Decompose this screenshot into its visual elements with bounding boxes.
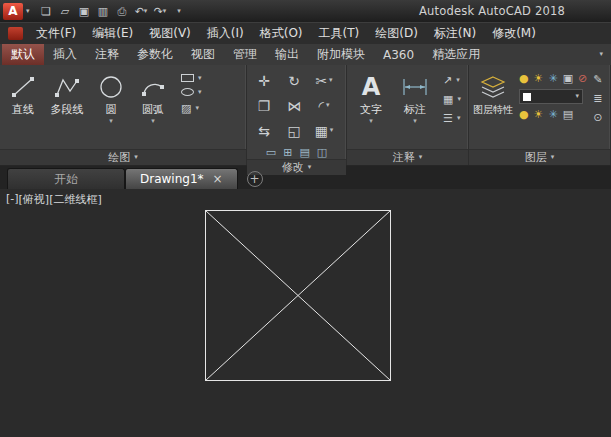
fillet-tool[interactable]: ◜▾ [319,98,330,114]
table-tool[interactable]: ▦▾ [443,93,461,106]
erase-tool[interactable]: ▭ [266,146,276,159]
rectangle-tool[interactable]: ▾ [181,74,202,82]
array-tool[interactable]: ▦▾ [315,123,334,139]
chevron-down-icon: ▾ [134,154,138,161]
chevron-down-icon: ▾ [26,8,30,15]
quick-access-toolbar: ❏ ▱ ▣ ▥ ⎙ ↶▾ ↷▾ ▾ [38,2,188,20]
copy-tool[interactable]: ❐ [258,98,271,114]
scale-icon: ◱ [287,123,300,139]
mirror-icon: ⋈ [287,98,301,114]
polyline-tool[interactable]: 多段线 [44,67,90,149]
chevron-down-icon: ▾ [109,117,113,125]
layer-isolate-icon[interactable]: ● [519,108,529,121]
layer-plot-icon[interactable]: ⊘ [578,72,587,85]
file-tab-start[interactable]: 开始 [7,168,125,189]
file-tab-drawing1[interactable]: Drawing1* × [125,168,238,189]
menu-view[interactable]: 视图(V) [141,22,199,45]
ribbon-tab-a360[interactable]: A360 [374,44,423,65]
plot-button[interactable]: ⎙ [114,2,131,20]
menu-tools[interactable]: 工具(T) [311,22,368,45]
arc-tool[interactable]: 圆弧 ▾ [132,67,174,149]
menu-insert[interactable]: 插入(I) [199,22,252,45]
hatch-tool[interactable]: ▨▾ [181,102,202,115]
ribbon-tab-view[interactable]: 视图 [182,44,224,65]
scale-tool[interactable]: ◱ [287,123,300,139]
menu-format[interactable]: 格式(O) [252,22,311,45]
stretch-tool[interactable]: ⇆ [258,123,270,139]
save-button[interactable]: ▣ [76,2,93,20]
layer-freeze-icon[interactable]: ✳ [548,72,557,85]
ribbon-tab-addins[interactable]: 附加模块 [308,44,374,65]
plot-icon: ⎙ [118,5,127,18]
panel-label-layer[interactable]: 图层 ▾ [469,149,610,165]
menu-modify[interactable]: 修改(M) [484,22,544,45]
redo-button[interactable]: ↷▾ [152,2,169,20]
menu-file[interactable]: 文件(F) [28,22,84,45]
ribbon-tab-manage[interactable]: 管理 [224,44,266,65]
join-tool[interactable]: ◫ [317,146,327,159]
menu-dimension[interactable]: 标注(N) [426,22,484,45]
markup-tool[interactable]: ☰▾ [443,112,461,125]
ribbon-tab-output[interactable]: 输出 [266,44,308,65]
new-drawing-tab-button[interactable]: + [247,171,263,187]
layer-select-dropdown[interactable]: ▾ [519,89,583,104]
move-tool[interactable]: ✛ [258,73,270,89]
layer-settings-button[interactable]: ⊙ [593,111,602,124]
panel-label-annotate[interactable]: 注释 ▾ [347,149,468,165]
ribbon-display-options-button[interactable]: ▾ [599,51,603,58]
panel-annotate: A 文字 ▾ 标注 ▾ ↗▾ ▦▾ ☰▾ 注释 [347,65,469,165]
open-button[interactable]: ▱ [57,2,74,20]
layer-unisolate-icon[interactable]: ☀ [534,108,544,121]
save-as-icon: ▥ [98,5,108,18]
panel-layer: 图层特性 ● ☀ ✳ ▣ ⊘ ▾ ● [469,65,611,165]
explode-tool[interactable]: ⊞ [283,146,292,159]
ribbon-tab-featured-apps[interactable]: 精选应用 [423,44,489,65]
offset-tool[interactable]: ▤ [299,146,309,159]
redo-icon: ↷ [154,5,163,18]
ribbon-tab-bar: 默认 插入 注释 参数化 视图 管理 输出 附加模块 A360 精选应用 ▾ [0,44,611,65]
layer-edit-button[interactable]: ✎ [593,73,602,86]
ribbon-tab-insert[interactable]: 插入 [44,44,86,65]
text-tool[interactable]: A 文字 ▾ [349,67,393,149]
ribbon-tab-home[interactable]: 默认 [2,44,44,65]
leader-icon: ↗ [443,74,452,87]
menubar: 文件(F) 编辑(E) 视图(V) 插入(I) 格式(O) 工具(T) 绘图(D… [0,22,611,44]
new-button[interactable]: ❏ [38,2,55,20]
chevron-down-icon: ▾ [308,164,312,171]
workspace-icon[interactable] [8,27,23,40]
rotate-tool[interactable]: ↻ [288,73,300,89]
qat-customize-button[interactable]: ▾ [171,2,188,20]
drawing-canvas[interactable]: [-] [俯视] [二维线框] [0,189,611,437]
menu-edit[interactable]: 编辑(E) [84,22,141,45]
ribbon-tab-parametric[interactable]: 参数化 [128,44,182,65]
layer-prev-icon[interactable]: ▤ [563,108,573,121]
line-tool[interactable]: 直线 [2,67,44,149]
close-icon[interactable]: × [213,172,223,186]
mirror-tool[interactable]: ⋈ [287,98,301,114]
dimension-tool[interactable]: 标注 ▾ [393,67,437,149]
ellipse-tool[interactable]: ▾ [181,88,202,96]
layer-on-off-icon[interactable]: ● [519,72,529,85]
chevron-down-icon: ▾ [457,115,461,122]
layer-properties-tool[interactable]: 图层特性 [471,67,515,149]
leader-tool[interactable]: ↗▾ [443,74,461,87]
layer-match-icon[interactable]: ✳ [548,108,557,121]
layer-thaw-icon[interactable]: ☀ [534,72,544,85]
autocad-window: A ▾ ❏ ▱ ▣ ▥ ⎙ ↶▾ ↷▾ ▾ Autodesk AutoCAD 2… [0,0,611,437]
drawing-geometry[interactable] [0,189,611,437]
panel-label-draw[interactable]: 绘图 ▾ [0,149,246,165]
ribbon-tab-annotate[interactable]: 注释 [86,44,128,65]
layer-lock-icon[interactable]: ▣ [563,72,573,85]
array-icon: ▦ [315,123,328,139]
panel-label-modify[interactable]: 修改 ▾ [247,159,346,175]
circle-tool[interactable]: 圆 ▾ [90,67,132,149]
save-as-button[interactable]: ▥ [95,2,112,20]
save-icon: ▣ [79,5,89,18]
trim-tool[interactable]: ✂▾ [315,73,332,89]
layer-states-button[interactable]: ≣ [593,92,602,105]
app-menu-button[interactable]: A ▾ [0,0,36,22]
polyline-icon [54,71,80,103]
text-icon: A [362,74,381,100]
undo-button[interactable]: ↶▾ [133,2,150,20]
menu-draw[interactable]: 绘图(D) [367,22,426,45]
